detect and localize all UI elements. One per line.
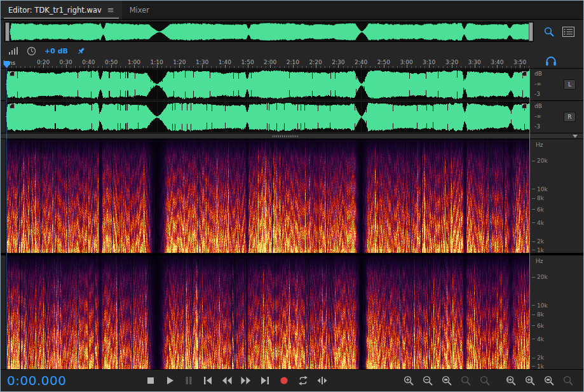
- ruler-minor-tick: [289, 66, 289, 68]
- ruler-minor-tick: [216, 66, 217, 68]
- fast-forward-button[interactable]: [237, 374, 254, 388]
- collapse-arrow-icon[interactable]: [573, 135, 578, 138]
- spectrogram-left[interactable]: Hz20k10k8k6k4k2k1k: [1, 139, 583, 253]
- ruler-minor-tick: [375, 66, 376, 68]
- ruler-time-label: 1:40: [219, 59, 231, 65]
- skip-selection-button[interactable]: [313, 374, 330, 388]
- headphones-icon[interactable]: [545, 56, 557, 66]
- ruler-minor-tick: [229, 66, 230, 68]
- panel-splitter[interactable]: [1, 133, 583, 139]
- fade-in-handle[interactable]: [10, 104, 15, 109]
- fade-in-handle[interactable]: [10, 71, 15, 76]
- ruler-minor-tick: [207, 66, 207, 68]
- ruler-minor-tick: [221, 66, 221, 68]
- ruler-minor-tick: [411, 66, 412, 68]
- ruler-minor-tick: [470, 66, 471, 68]
- playback-time[interactable]: 0:00.000: [7, 373, 102, 388]
- zoom-in-at-out-point-button[interactable]: [522, 374, 539, 388]
- overview-left-handle[interactable]: [5, 22, 10, 41]
- ruler-time-label: 1:00: [128, 59, 140, 65]
- scale-mark: -3: [534, 123, 540, 130]
- zoom-out-full-button[interactable]: [458, 374, 475, 388]
- loop-playback-button[interactable]: [294, 374, 311, 388]
- skip-to-end-button[interactable]: [256, 374, 273, 388]
- zoom-to-selection-button[interactable]: [438, 374, 456, 388]
- panel-list-icon[interactable]: [562, 27, 574, 37]
- ruler-minor-tick: [479, 66, 480, 68]
- overview-right-handle[interactable]: [529, 22, 533, 41]
- waveform-channel-right[interactable]: dB -∞ -3 R: [1, 101, 583, 133]
- spectrogram-right[interactable]: Hz20k10k8k6k4k2k1k: [1, 255, 583, 369]
- overview-navigator[interactable]: [4, 22, 534, 42]
- amplitude-scale-right: dB -∞ -3: [532, 101, 560, 133]
- ruler-minor-tick: [343, 66, 344, 68]
- frequency-tick-label: 8k: [532, 311, 544, 318]
- ruler-time-label: 0:20: [37, 59, 50, 65]
- play-button[interactable]: [161, 374, 178, 388]
- ruler-minor-tick: [234, 66, 234, 68]
- ruler-minor-tick: [297, 66, 298, 68]
- stop-button[interactable]: [142, 374, 159, 388]
- frequency-tick-label: 4k: [532, 336, 544, 342]
- clock-icon[interactable]: [27, 46, 36, 56]
- spectrogram-canvas-right[interactable]: [6, 255, 530, 369]
- fade-out-handle[interactable]: [522, 71, 527, 76]
- ruler-minor-tick: [79, 66, 80, 68]
- ruler-minor-tick: [515, 66, 516, 68]
- spectrogram-canvas-left[interactable]: [6, 139, 530, 253]
- ruler-minor-tick: [306, 66, 307, 68]
- waveform-canvas-left[interactable]: [6, 69, 530, 100]
- splitter-grip[interactable]: [273, 135, 299, 137]
- pause-button[interactable]: [180, 374, 197, 388]
- scale-mark: -∞: [534, 81, 541, 87]
- ruler-minor-tick: [193, 66, 194, 68]
- waveform-canvas-right[interactable]: [6, 102, 530, 132]
- zoom-in-button[interactable]: [400, 374, 418, 388]
- ruler-time-label: 2:50: [377, 59, 390, 65]
- ruler-minor-tick: [357, 66, 357, 68]
- channel-left-button[interactable]: L: [564, 79, 576, 90]
- ruler-minor-tick: [416, 66, 416, 68]
- ruler-minor-tick: [393, 66, 393, 68]
- channel-right-button[interactable]: R: [564, 112, 576, 122]
- ruler-time-label: 2:30: [332, 59, 344, 65]
- ruler-minor-tick: [365, 66, 366, 68]
- skip-to-start-button[interactable]: [199, 374, 216, 388]
- transport-buttons: [142, 374, 330, 388]
- ruler-minor-tick: [166, 66, 166, 68]
- ruler-ticks[interactable]: 0:200:300:400:501:001:101:201:301:401:50…: [6, 58, 531, 68]
- ruler-minor-tick: [153, 66, 153, 68]
- ruler-minor-tick: [325, 66, 325, 68]
- transport-bar: 0:00.000: [1, 369, 583, 391]
- skip-to-end-icon: [259, 374, 271, 387]
- timeline-ruler[interactable]: hms 0:200:300:400:501:001:101:201:301:40…: [1, 58, 583, 69]
- zoom-tool-icon[interactable]: [543, 26, 555, 37]
- frequency-tick-label: 8k: [532, 195, 544, 201]
- waveform-channel-left[interactable]: dB -∞ -3 L: [1, 69, 583, 101]
- zoom-full-button[interactable]: [560, 374, 577, 388]
- pause-icon: [182, 374, 195, 387]
- ruler-minor-tick: [120, 66, 121, 68]
- record-button[interactable]: [275, 374, 292, 388]
- scale-unit-label: dB: [534, 71, 542, 77]
- zoom-out-button[interactable]: [419, 374, 437, 388]
- ruler-time-label: 0:30: [60, 59, 72, 65]
- frequency-scale-right: Hz20k10k8k6k4k2k1k: [532, 255, 576, 369]
- waveform-display: dB -∞ -3 L dB -∞ -3 R: [1, 69, 583, 133]
- tab-mixer[interactable]: Mixer: [122, 1, 157, 19]
- zoom-selection-time-button[interactable]: [541, 374, 558, 388]
- zoom-in-at-in-point-button[interactable]: [503, 374, 520, 388]
- zoom-reset-button[interactable]: [477, 374, 494, 388]
- overview-side-icons: [534, 26, 583, 37]
- ruler-time-label: 0:40: [82, 59, 95, 65]
- fade-out-handle[interactable]: [522, 104, 527, 109]
- level-meter-icon[interactable]: [8, 46, 18, 55]
- rewind-button[interactable]: [218, 374, 235, 388]
- pin-icon[interactable]: [76, 46, 86, 56]
- overview-waveform[interactable]: [10, 22, 529, 41]
- frequency-unit-label: Hz: [536, 258, 543, 264]
- ruler-minor-tick: [71, 66, 71, 68]
- panel-menu-icon[interactable]: ≡: [107, 6, 114, 14]
- gain-value[interactable]: +0 dB: [44, 47, 68, 55]
- tab-editor[interactable]: Editor: TDK_tr1_right.wav ≡: [1, 1, 122, 19]
